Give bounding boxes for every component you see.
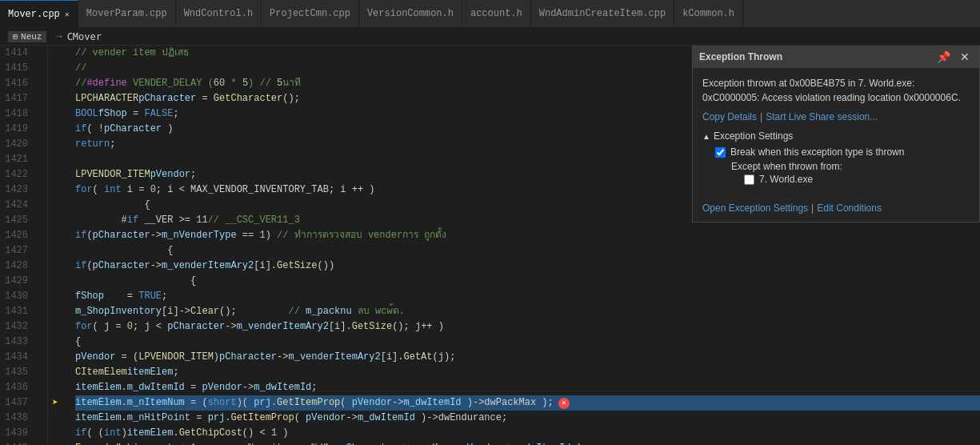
arrow-indicator [48,228,62,243]
edit-conditions-link[interactable]: Edit Conditions [817,202,882,214]
arrow-indicator [48,61,62,76]
exception-header: Exception Thrown 📌 ✕ [693,46,979,68]
arrow-indicator [48,259,62,274]
line-number: 1423 [0,182,38,198]
arrow-indicator [48,106,62,122]
arrow-indicator [48,289,62,304]
close-exception-button[interactable]: ✕ [957,51,973,62]
tab-label: MoverParam.cpp [86,8,167,19]
code-line[interactable]: itemElem.m_nItemNum = (short)( prj.GetIt… [75,395,980,411]
live-share-link[interactable]: Start Live Share session... [766,111,878,122]
tab-label: kCommon.h [682,8,734,19]
arrow-indicator: ➤ [48,395,62,411]
except-label-row: Except when thrown from: [715,161,970,172]
tab-projectcmn-cpp[interactable]: ProjectCmn.cpp [262,0,359,28]
arrow-indicator [48,426,62,441]
break-checkbox[interactable] [715,147,726,158]
line-number: 1433 [0,335,38,350]
tab-moverparam-cpp[interactable]: MoverParam.cpp [78,0,176,28]
tab-versioncommon-h[interactable]: VersionCommon.h [359,0,462,28]
world-exe-label: 7. World.exe [759,174,813,185]
line-number: 1421 [0,152,38,167]
break-checkbox-row: Break when this exception type is thrown [715,146,970,158]
line-number: 1416 [0,76,38,91]
exception-panel: Exception Thrown 📌 ✕ Exception thrown at… [692,46,980,222]
arrow-indicator [48,380,62,395]
tab-mover-cpp[interactable]: Mover.cpp ✕ [0,0,78,28]
pin-button[interactable]: 📌 [934,51,954,62]
tab-label: ProjectCmn.cpp [270,8,350,19]
arrow-indicator [48,137,62,152]
code-line[interactable]: { [75,243,980,259]
tab-label: VersionCommon.h [367,8,454,19]
arrow-indicator [48,365,62,380]
exception-body: Exception thrown at 0x00BE4B75 in 7. Wor… [693,68,979,199]
code-line[interactable]: if(pCharacter->m_nVenderType == 1) // ทำ… [75,228,980,243]
arrow-indicator [48,411,62,426]
line-number: 1432 [0,319,38,335]
line-number: 1434 [0,350,38,365]
break-checkbox-label: Break when this exception type is thrown [730,146,904,158]
tab-account-h[interactable]: account.h [462,0,531,28]
code-line[interactable]: for( j = 0; j < pCharacter->m_venderItem… [75,319,980,335]
arrow-indicator [48,76,62,91]
code-line[interactable]: { [75,274,980,289]
open-exception-settings-link[interactable]: Open Exception Settings [702,202,808,214]
project-name: Neuz [21,32,42,42]
project-badge: ⊞ Neuz [8,31,46,42]
arrow-indicator [48,122,62,137]
code-line[interactable]: pVendor = (LPVENDOR_ITEM)pCharacter->m_v… [75,350,980,365]
line-number: 1435 [0,365,38,380]
breadcrumb-arrow: → [56,31,62,42]
line-number: 1437 [0,395,38,411]
exception-settings-section: ▲ Exception Settings Break when this exc… [702,130,970,185]
code-line[interactable]: m_ShopInventory[i]->Clear(); // m_packnu… [75,304,980,319]
arrow-indicator [48,274,62,289]
breadcrumb-class-select[interactable]: CMover [67,31,102,42]
world-exe-checkbox[interactable] [744,174,754,185]
exception-message: Exception thrown at 0x00BE4B75 in 7. Wor… [702,76,970,105]
code-line[interactable]: { [75,335,980,350]
code-line[interactable]: fShop = TRUE; [75,289,980,304]
line-number: 1426 [0,228,38,243]
line-number: 1422 [0,167,38,182]
exception-links: Copy Details | Start Live Share session.… [702,111,970,122]
line-number: 1424 [0,198,38,213]
code-line[interactable]: CItemElem itemElem; [75,365,980,380]
tab-wndadmincreateitem-cpp[interactable]: WndAdminCreateItem.cpp [531,0,674,28]
line-number: 1430 [0,289,38,304]
tab-kcommon-h[interactable]: kCommon.h [674,0,743,28]
tab-label: account.h [470,8,522,19]
error-indicator: ✕ [558,398,570,409]
line-number: 1439 [0,426,38,441]
exception-footer: Open Exception Settings | Edit Condition… [693,199,979,222]
code-line[interactable]: if(pCharacter->m_venderItemAry2[i].GetSi… [75,259,980,274]
arrow-indicator [48,91,62,106]
settings-section-header[interactable]: ▲ Exception Settings [702,130,970,142]
settings-section-content: Break when this exception type is thrown… [702,146,970,185]
copy-details-link[interactable]: Copy Details [702,111,757,122]
line-number: 1431 [0,304,38,319]
close-icon[interactable]: ✕ [65,10,70,19]
line-numbers-gutter: 1414141514161417141814191420142114221423… [0,46,48,445]
tab-label: Mover.cpp [8,9,60,20]
collapse-triangle: ▲ [702,132,710,141]
except-label: Except when thrown from: [731,161,842,172]
tab-wndcontrol-h[interactable]: WndControl.h [176,0,262,28]
arrow-indicator [48,304,62,319]
arrow-indicator [48,167,62,182]
tab-label: WndControl.h [184,8,253,19]
code-line[interactable]: itemElem.m_dwItemId = pVendor->m_dwItemI… [75,380,980,395]
arrow-indicator [48,152,62,167]
arrow-indicator [48,441,62,445]
line-number: 1414 [0,46,38,61]
line-number: 1417 [0,91,38,106]
code-line[interactable]: itemElem.m_nHitPoint = prj.GetItemProp( … [75,411,980,426]
exception-header-buttons: 📌 ✕ [934,51,973,62]
arrow-indicator [48,198,62,213]
arrow-indicator [48,46,62,61]
line-number: 1428 [0,259,38,274]
code-line[interactable]: if( (int)itemElem.GetChipCost() < 1 ) [75,426,980,441]
project-icon: ⊞ [13,32,18,42]
code-line[interactable]: Error( "chip cost < 1 : npc = %s, item =… [75,441,980,445]
